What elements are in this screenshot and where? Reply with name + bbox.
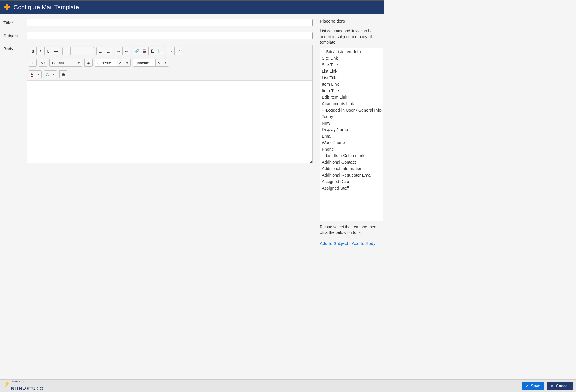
placeholder-item[interactable]: Item Title <box>321 88 381 94</box>
font-family-clear-button[interactable]: ✕ <box>117 59 124 67</box>
placeholder-item[interactable]: List Link <box>321 68 381 74</box>
plus-icon: ✚ <box>3 3 10 12</box>
placeholder-item[interactable]: ---Site/ List/ Item Info--- <box>321 49 381 55</box>
bold-button[interactable]: B <box>29 47 37 55</box>
subject-label: Subject <box>3 32 27 38</box>
numbered-list-button[interactable]: ☰ <box>104 47 112 55</box>
subject-input[interactable] <box>27 32 313 39</box>
placeholder-item[interactable]: ---Logged-in User / General Info--- <box>321 107 381 113</box>
strikethrough-button[interactable]: abc <box>52 47 60 55</box>
placeholder-item[interactable]: Assigned Staff <box>321 185 381 191</box>
font-color-button[interactable]: A <box>29 70 35 78</box>
italic-button[interactable]: I <box>36 47 45 55</box>
title-label: Title* <box>3 19 27 25</box>
clear-format-button[interactable]: ◈ <box>84 59 93 67</box>
add-to-subject-link[interactable]: Add to Subject <box>320 241 348 246</box>
resize-grip-icon[interactable] <box>309 160 312 163</box>
placeholder-item[interactable]: Additional Requester Email <box>321 172 381 178</box>
placeholders-panel: Placeholders List columns and links can … <box>316 14 384 249</box>
form-area: Title* Subject Body B I <box>0 14 316 249</box>
placeholder-item[interactable]: Assigned Date <box>321 178 381 185</box>
print-button[interactable]: 🖶 <box>59 70 67 78</box>
font-size-clear-button[interactable]: ✕ <box>155 59 162 67</box>
placeholder-item[interactable]: Now <box>321 120 381 126</box>
highlight-button[interactable]: ◌ <box>44 70 50 78</box>
placeholder-item[interactable]: Display Name <box>321 126 381 133</box>
placeholder-item[interactable]: Site Title <box>321 62 381 68</box>
image-button[interactable]: 🖼 <box>148 47 156 55</box>
font-family-dropdown-icon[interactable] <box>124 59 131 67</box>
add-to-body-link[interactable]: Add to Body <box>352 241 376 246</box>
placeholders-description: List columns and links can be added to s… <box>320 28 383 45</box>
font-size-dropdown-icon[interactable] <box>162 59 169 67</box>
title-input[interactable] <box>27 19 313 26</box>
link-button[interactable]: 🔗 <box>133 47 141 55</box>
underline-button[interactable]: U <box>44 47 52 55</box>
placeholder-item[interactable]: Attachments Link <box>321 101 381 107</box>
placeholder-item[interactable]: Work Phone <box>321 139 381 146</box>
placeholder-item[interactable]: Edit Item Link <box>321 94 381 100</box>
font-color-dropdown-icon[interactable] <box>35 70 42 78</box>
body-label: Body <box>3 45 27 51</box>
placeholder-item[interactable]: Additional Contact <box>321 159 381 165</box>
align-justify-button[interactable]: ≡ <box>86 47 94 55</box>
placeholder-item[interactable]: List Title <box>321 75 381 81</box>
placeholders-list[interactable]: ---Site/ List/ Item Info---Site LinkSite… <box>320 48 383 221</box>
dialog-title: Configure Mail Template <box>14 4 79 11</box>
editor-body[interactable] <box>27 80 312 163</box>
placeholder-item[interactable]: Email <box>321 133 381 139</box>
placeholders-instruction: Please select the item and then click th… <box>320 224 383 236</box>
font-size-select[interactable]: (inherite… <box>133 59 156 67</box>
placeholder-item[interactable]: ---List Item Column Info--- <box>321 152 381 159</box>
placeholders-heading: Placeholders <box>320 19 383 23</box>
placeholder-item[interactable]: Site Link <box>321 55 381 61</box>
format-dropdown-icon[interactable] <box>75 59 82 67</box>
placeholder-item[interactable]: Additional Information <box>321 165 381 172</box>
outdent-button[interactable]: ⇤ <box>122 47 130 55</box>
indent-button[interactable]: ⇥ <box>115 47 123 55</box>
table-button[interactable]: ⊞ <box>29 59 37 67</box>
dialog-header: ✚ Configure Mail Template <box>0 0 384 14</box>
superscript-button[interactable]: x² <box>174 47 182 55</box>
placeholder-item[interactable]: Today <box>321 113 381 120</box>
highlight-dropdown-icon[interactable] <box>50 70 57 78</box>
placeholder-item[interactable]: Phone <box>321 146 381 152</box>
unlink-button[interactable]: ⛓ <box>141 47 149 55</box>
bullet-list-button[interactable]: ☰ <box>96 47 104 55</box>
source-button[interactable]: </> <box>39 59 47 67</box>
subscript-button[interactable]: x₂ <box>167 47 175 55</box>
rich-text-editor: B I U abc ≡ ≡ ≡ ≡ ☰ ☰ <box>27 45 313 163</box>
font-family-select[interactable]: (inherite… <box>95 59 117 67</box>
align-right-button[interactable]: ≡ <box>78 47 86 55</box>
placeholder-item[interactable]: Item Link <box>321 81 381 87</box>
format-select[interactable]: Format <box>49 59 75 67</box>
align-center-button[interactable]: ≡ <box>70 47 78 55</box>
align-left-button[interactable]: ≡ <box>62 47 71 55</box>
file-button[interactable]: 📄 <box>156 47 164 55</box>
